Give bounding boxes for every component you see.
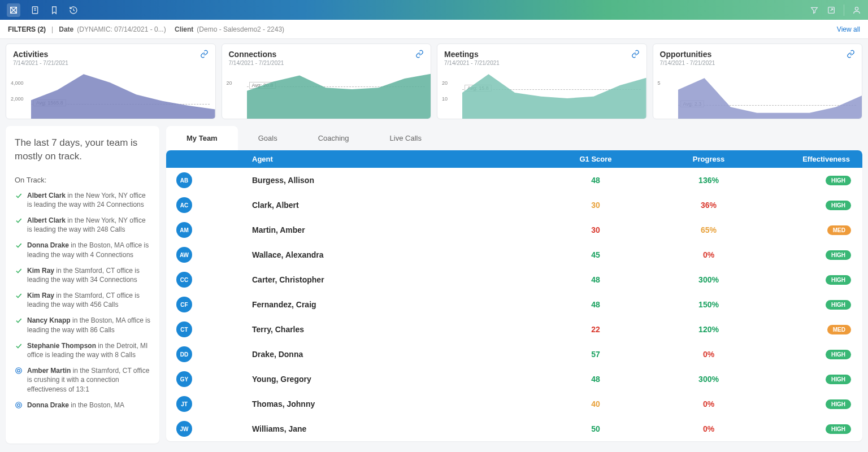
table-row[interactable]: AC Clark, Albert 30 36% HIGH bbox=[166, 193, 862, 218]
page-icon[interactable] bbox=[31, 6, 40, 15]
date-filter-value: (DYNAMIC: 07/14/2021 - 0...) bbox=[77, 25, 166, 33]
top-nav bbox=[0, 0, 868, 20]
view-all-link[interactable]: View all bbox=[837, 25, 860, 33]
target-icon bbox=[15, 401, 23, 409]
th-agent[interactable]: Agent bbox=[252, 155, 539, 163]
link-icon[interactable] bbox=[847, 50, 855, 60]
date-filter-label[interactable]: Date bbox=[59, 25, 73, 33]
client-filter-value: (Demo - Salesdemo2 - 2243) bbox=[197, 25, 284, 33]
table-header: Agent G1 Score Progress Effectiveness bbox=[166, 150, 862, 168]
avatar: AW bbox=[176, 247, 192, 263]
th-effectiveness[interactable]: Effectiveness bbox=[765, 155, 856, 163]
export-icon[interactable] bbox=[827, 6, 836, 15]
table-row[interactable]: AB Burgess, Allison 48 136% HIGH bbox=[166, 168, 862, 193]
chart-title: Meetings bbox=[444, 50, 640, 59]
th-score[interactable]: G1 Score bbox=[539, 155, 652, 163]
progress-value: 120% bbox=[652, 325, 765, 334]
agent-name: Young, Gregory bbox=[252, 375, 539, 384]
avatar: DD bbox=[176, 346, 192, 362]
table-row[interactable]: AM Martin, Amber 30 65% MED bbox=[166, 218, 862, 242]
avatar: AB bbox=[176, 172, 192, 188]
chart-ytick: 10 bbox=[442, 96, 448, 102]
progress-value: 65% bbox=[652, 225, 765, 234]
main-area: The last 7 days, your team is mostly on … bbox=[0, 119, 868, 444]
insight-item-text: Albert Clark in the New York, NY office … bbox=[27, 216, 150, 234]
table-row[interactable]: CF Fernandez, Craig 48 150% HIGH bbox=[166, 292, 862, 317]
user-icon[interactable] bbox=[852, 6, 861, 15]
filters-label[interactable]: FILTERS (2) bbox=[8, 25, 46, 33]
agent-name: Clark, Albert bbox=[252, 201, 539, 210]
g1-score: 40 bbox=[539, 399, 652, 408]
chart-body: 20 Avg: 20.8 bbox=[222, 72, 431, 119]
table-row[interactable]: CC Carter, Christopher 48 300% HIGH bbox=[166, 267, 862, 292]
avatar: CT bbox=[176, 321, 192, 337]
avatar: CF bbox=[176, 297, 192, 312]
insight-item-text: Kim Ray in the Stamford, CT office is le… bbox=[27, 266, 150, 284]
chart-title: Opportunities bbox=[660, 50, 856, 59]
tab-coaching[interactable]: Coaching bbox=[298, 126, 370, 150]
table-body: AB Burgess, Allison 48 136% HIGH AC Clar… bbox=[166, 168, 862, 441]
link-icon[interactable] bbox=[631, 50, 640, 60]
effectiveness-badge: HIGH bbox=[826, 375, 851, 384]
check-icon bbox=[15, 292, 23, 299]
history-icon[interactable] bbox=[69, 6, 78, 15]
table-row[interactable]: JW Williams, Jane 50 0% HIGH bbox=[166, 416, 862, 441]
insight-item-text: Donna Drake in the Boston, MA office is … bbox=[27, 241, 150, 259]
insight-item-text: Kim Ray in the Stamford, CT office is le… bbox=[27, 291, 150, 309]
avatar: JW bbox=[176, 421, 192, 437]
progress-value: 0% bbox=[652, 350, 765, 359]
insight-item-text: Albert Clark in the New York, NY office … bbox=[27, 191, 150, 209]
avatar: GY bbox=[176, 371, 192, 387]
effectiveness-badge: HIGH bbox=[826, 250, 851, 260]
agent-name: Williams, Jane bbox=[252, 424, 539, 433]
chart-card-connections: Connections 7/14/2021 - 7/21/2021 20 Avg… bbox=[222, 44, 432, 119]
insight-item: Albert Clark in the New York, NY office … bbox=[15, 188, 150, 212]
progress-value: 300% bbox=[652, 275, 765, 284]
effectiveness-badge: HIGH bbox=[826, 275, 851, 285]
progress-value: 136% bbox=[652, 176, 765, 185]
effectiveness-badge: MED bbox=[827, 225, 851, 235]
link-icon[interactable] bbox=[415, 50, 424, 60]
charts-row: Activities 7/14/2021 - 7/21/2021 4,0002,… bbox=[0, 39, 868, 119]
agent-name: Wallace, Alexandra bbox=[252, 250, 539, 259]
chart-ytick: 4,000 bbox=[11, 80, 24, 86]
th-progress[interactable]: Progress bbox=[652, 155, 765, 163]
insight-item: Stephanie Thompson in the Detroit, MI of… bbox=[15, 338, 150, 363]
insight-item-text: Nancy Knapp in the Boston, MA office is … bbox=[27, 316, 150, 334]
check-icon bbox=[15, 216, 23, 224]
g1-score: 48 bbox=[539, 375, 652, 384]
chart-daterange: 7/14/2021 - 7/21/2021 bbox=[229, 60, 424, 66]
g1-score: 57 bbox=[539, 350, 652, 359]
svg-point-7 bbox=[16, 402, 22, 408]
tab-my-team[interactable]: My Team bbox=[166, 126, 238, 150]
client-filter-label[interactable]: Client bbox=[175, 25, 193, 33]
app-logo[interactable] bbox=[7, 3, 20, 17]
tab-live-calls[interactable]: Live Calls bbox=[370, 126, 442, 150]
bookmark-icon[interactable] bbox=[50, 6, 59, 15]
filter-icon[interactable] bbox=[810, 6, 819, 15]
target-icon bbox=[15, 367, 23, 375]
chart-title: Activities bbox=[13, 50, 209, 59]
avatar: CC bbox=[176, 272, 192, 288]
chart-body: 2010 Avg: 15.8 bbox=[437, 72, 646, 119]
table-row[interactable]: CT Terry, Charles 22 120% MED bbox=[166, 317, 862, 342]
chart-card-meetings: Meetings 7/14/2021 - 7/21/2021 2010 Avg:… bbox=[437, 44, 647, 119]
table-row[interactable]: JT Thomas, Johnny 40 0% HIGH bbox=[166, 392, 862, 416]
g1-score: 30 bbox=[539, 225, 652, 234]
table-row[interactable]: GY Young, Gregory 48 300% HIGH bbox=[166, 367, 862, 392]
table-row[interactable]: DD Drake, Donna 57 0% HIGH bbox=[166, 342, 862, 367]
link-icon[interactable] bbox=[200, 50, 209, 60]
insight-item: Kim Ray in the Stamford, CT office is le… bbox=[15, 288, 150, 312]
insight-item: Donna Drake in the Boston, MA office is … bbox=[15, 237, 150, 262]
avatar: AM bbox=[176, 222, 192, 238]
chart-card-activities: Activities 7/14/2021 - 7/21/2021 4,0002,… bbox=[6, 44, 216, 119]
chart-daterange: 7/14/2021 - 7/21/2021 bbox=[13, 60, 209, 66]
tabs: My TeamGoalsCoachingLive Calls bbox=[166, 126, 862, 150]
insight-card: The last 7 days, your team is mostly on … bbox=[6, 126, 159, 444]
progress-value: 0% bbox=[652, 424, 765, 433]
effectiveness-badge: HIGH bbox=[826, 350, 851, 359]
table-row[interactable]: AW Wallace, Alexandra 45 0% HIGH bbox=[166, 242, 862, 267]
effectiveness-badge: HIGH bbox=[826, 201, 851, 210]
avatar: AC bbox=[176, 197, 192, 213]
tab-goals[interactable]: Goals bbox=[238, 126, 298, 150]
